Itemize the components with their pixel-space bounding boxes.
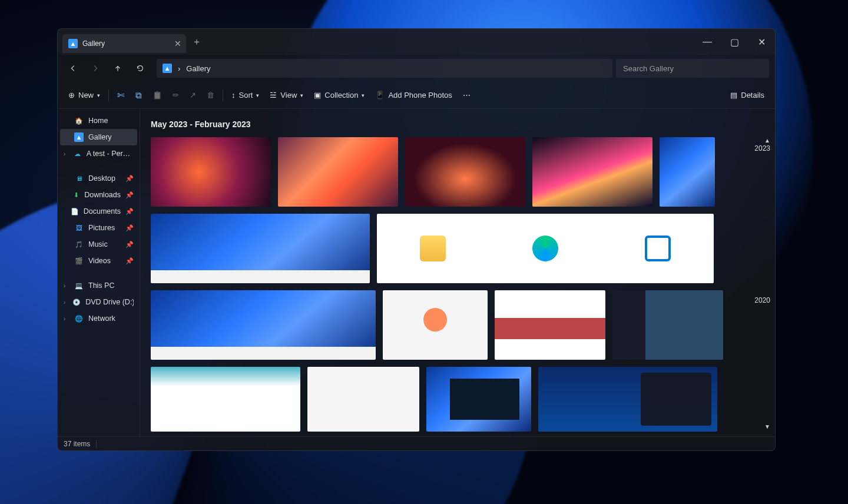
refresh-button[interactable] [131, 59, 150, 78]
pin-icon[interactable]: 📌 [125, 257, 134, 265]
thumbnail[interactable] [151, 137, 271, 207]
copy-button[interactable]: ⧉ [131, 86, 147, 105]
up-button[interactable] [108, 59, 127, 78]
network-icon: 🌐 [74, 314, 84, 323]
music-icon: 🎵 [74, 240, 84, 249]
separator [96, 440, 97, 448]
add-phone-button[interactable]: 📱 Add Phone Photos [370, 86, 456, 105]
share-button[interactable]: ↗ [185, 86, 201, 105]
pin-icon[interactable]: 📌 [125, 224, 134, 232]
chevron-right-icon[interactable]: › [64, 151, 69, 157]
thumbnail[interactable] [532, 137, 652, 207]
search-input[interactable]: Search Gallery [616, 59, 769, 78]
close-tab-icon[interactable]: ✕ [174, 39, 181, 48]
new-tab-button[interactable]: ＋ [192, 36, 201, 48]
sidebar-item-documents[interactable]: 📄 Documents 📌 [60, 203, 137, 220]
pc-icon: 💻 [74, 281, 84, 290]
pictures-icon: 🖼 [74, 223, 84, 233]
chevron-down-icon: ▾ [362, 92, 365, 98]
documents-icon: 📄 [71, 207, 79, 216]
sidebar-item-thispc[interactable]: › 💻 This PC [60, 277, 137, 294]
caret-down-icon: ▼ [764, 423, 770, 430]
cut-button[interactable]: ✄ [112, 86, 130, 105]
collection-button[interactable]: ▣ Collection ▾ [309, 86, 369, 105]
minimize-button[interactable]: — [694, 29, 721, 55]
thumbnail[interactable] [383, 290, 488, 360]
separator [223, 89, 223, 101]
pin-icon[interactable]: 📌 [125, 175, 134, 183]
forward-button[interactable] [86, 59, 105, 78]
chevron-right-icon[interactable]: › [64, 299, 68, 306]
disc-icon: 💿 [72, 297, 81, 307]
thumbnail[interactable] [426, 367, 531, 432]
timeline-year: 2023 [754, 144, 770, 152]
sidebar-item-network[interactable]: › 🌐 Network [60, 310, 137, 327]
new-button[interactable]: ⊕ New ▾ [64, 86, 105, 105]
view-button[interactable]: ☱ View ▾ [265, 86, 308, 105]
body: 🏠 Home ▲ Gallery › ☁ A test - Personal 🖥… [58, 109, 775, 436]
breadcrumb-sep: › [178, 64, 180, 73]
add-icon: ⊕ [68, 91, 75, 100]
delete-icon: 🗑 [207, 91, 214, 100]
tab-title: Gallery [82, 39, 105, 48]
gallery-grid[interactable]: May 2023 - February 2023 [140, 109, 743, 436]
chevron-right-icon[interactable]: › [64, 283, 69, 289]
window-controls: — ▢ ✕ [694, 29, 775, 55]
back-button[interactable] [64, 59, 82, 78]
nav-bar: ▲ › Gallery Search Gallery [58, 55, 775, 82]
copy-icon: ⧉ [135, 90, 142, 101]
sidebar-item-pictures[interactable]: 🖼 Pictures 📌 [60, 220, 137, 236]
thumbnail[interactable] [151, 367, 300, 432]
active-tab[interactable]: ▲ Gallery ✕ [62, 34, 186, 53]
pin-icon[interactable]: 📌 [125, 208, 134, 215]
sidebar: 🏠 Home ▲ Gallery › ☁ A test - Personal 🖥… [58, 109, 140, 436]
chevron-right-icon[interactable]: › [64, 316, 69, 322]
rename-icon: ✏ [173, 91, 179, 100]
thumbnail[interactable] [278, 137, 398, 207]
thumbnail[interactable] [612, 290, 723, 360]
details-button[interactable]: ▤ Details [726, 86, 769, 105]
chevron-down-icon: ▾ [256, 92, 259, 98]
thumbnail[interactable] [151, 290, 376, 360]
thumbnail[interactable] [377, 214, 714, 283]
thumbnail[interactable] [538, 367, 717, 432]
file-explorer-window: ▲ Gallery ✕ ＋ — ▢ ✕ ▲ › Gallery Se [57, 28, 776, 451]
section-title: May 2023 - February 2023 [151, 120, 733, 129]
item-count: 37 items [64, 440, 90, 448]
gallery-icon: ▲ [74, 132, 84, 142]
thumbnail[interactable] [495, 290, 605, 360]
delete-button[interactable]: 🗑 [202, 86, 219, 105]
status-bar: 37 items [58, 436, 775, 450]
paste-icon: 📋 [153, 91, 162, 100]
thumbnail[interactable] [660, 137, 715, 207]
paste-button[interactable]: 📋 [148, 86, 167, 105]
view-icon: ☱ [270, 91, 277, 100]
details-icon: ▤ [730, 91, 737, 100]
rename-button[interactable]: ✏ [168, 86, 184, 105]
maximize-button[interactable]: ▢ [721, 29, 748, 55]
home-icon: 🏠 [74, 116, 84, 125]
address-bar[interactable]: ▲ › Gallery [157, 59, 612, 78]
sidebar-item-desktop[interactable]: 🖥 Desktop 📌 [60, 170, 137, 187]
sidebar-item-music[interactable]: 🎵 Music 📌 [60, 236, 137, 253]
desktop-icon: 🖥 [74, 174, 84, 183]
close-button[interactable]: ✕ [748, 29, 775, 55]
more-button[interactable]: ⋯ [458, 86, 475, 105]
sort-button[interactable]: ↕ Sort ▾ [227, 86, 264, 105]
sidebar-item-onedrive[interactable]: › ☁ A test - Personal [60, 145, 137, 162]
onedrive-icon: ☁ [74, 149, 82, 158]
sidebar-item-gallery[interactable]: ▲ Gallery [60, 129, 137, 145]
thumbnail[interactable] [307, 367, 419, 432]
videos-icon: 🎬 [74, 256, 84, 266]
sidebar-item-home[interactable]: 🏠 Home [60, 112, 137, 129]
sidebar-item-dvd[interactable]: › 💿 DVD Drive (D:) CCC [60, 294, 137, 310]
timeline-scrubber[interactable]: ▲ 2023 2020 ▼ [743, 109, 775, 436]
pin-icon[interactable]: 📌 [125, 191, 134, 199]
chevron-down-icon: ▾ [300, 92, 303, 98]
sidebar-item-downloads[interactable]: ⬇ Downloads 📌 [60, 187, 137, 203]
sidebar-item-videos[interactable]: 🎬 Videos 📌 [60, 253, 137, 269]
thumbnail[interactable] [405, 137, 525, 207]
pin-icon[interactable]: 📌 [125, 241, 134, 248]
thumbnail[interactable] [151, 214, 370, 283]
gallery-icon: ▲ [68, 39, 78, 48]
